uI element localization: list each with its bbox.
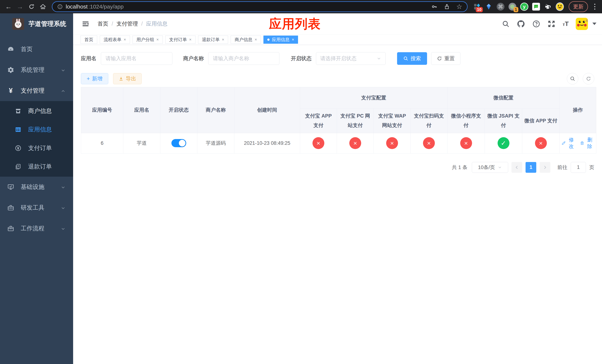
browser-home-button[interactable] [38,1,48,12]
sidebar-item-payment-orders[interactable]: 支付订单 [0,139,73,157]
edit-link[interactable]: 修改 [561,137,576,150]
search-button[interactable]: 搜索 [397,52,427,65]
alipay-pc-status: × [349,137,361,149]
cell-merchant: 芋道源码 [197,133,234,153]
fullscreen-icon[interactable] [547,20,556,28]
sidebar-collapse-button[interactable] [82,20,89,28]
main-area: 首页 / 支付管理 / 应用信息 应用列表 тT 首 [73,13,602,364]
export-button[interactable]: 导出 [113,73,142,84]
search-icon[interactable] [502,20,510,28]
breadcrumb-current: 应用信息 [146,20,168,28]
sidebar-item-merchant-info[interactable]: 商户信息 [0,102,73,120]
close-icon[interactable]: × [255,37,257,42]
close-icon[interactable]: × [124,37,126,42]
col-wx-jsapi: 微信 JSAPI 支付 [485,109,522,133]
goto-page-input[interactable] [571,162,586,173]
url-path: :1024/pay/app [88,3,123,10]
sidebar-item-infrastructure[interactable]: 基础设施 [0,177,73,197]
breadcrumb-payment[interactable]: 支付管理 [117,20,138,28]
tag-user-group[interactable]: 用户分组× [133,36,163,44]
sidebar-item-system[interactable]: 系统管理 [0,60,73,80]
page-number-active[interactable]: 1 [526,162,536,173]
help-icon[interactable] [532,20,540,28]
status-select[interactable]: 请选择开启状态 [316,52,386,65]
wx-app-status: × [535,137,547,149]
sidebar-item-refund-orders[interactable]: 退款订单 [0,157,73,176]
sidebar-item-workflow[interactable]: 工作流程 [0,218,73,239]
merchant-name-label: 商户名称 [183,55,204,62]
tag-app-info[interactable]: 应用信息× [263,36,298,44]
breadcrumb-home[interactable]: 首页 [97,20,108,28]
next-page-button[interactable] [540,162,550,173]
extension-y-icon[interactable]: y [520,3,528,11]
cell-app-id: 6 [81,133,123,153]
extension-grid-icon[interactable]: 10 [473,3,481,11]
tag-payment-orders[interactable]: 支付订单× [165,36,195,44]
browser-back-button[interactable]: ← [3,1,14,12]
group-alipay: 支付宝配置 [300,87,447,109]
sidebar-item-home[interactable]: 首页 [0,39,73,60]
monitor-icon [7,183,15,191]
extension-badge: 1 [514,7,518,12]
toggle-search-button[interactable] [567,73,578,85]
browser-forward-button[interactable]: → [15,1,25,12]
enabled-toggle[interactable] [172,139,186,147]
share-icon[interactable] [444,3,450,10]
documents-icon [14,163,22,170]
chrome-update-button[interactable]: 更新 [569,1,588,12]
site-info-icon[interactable] [57,4,63,10]
sidebar-item-dev-tools[interactable]: 研发工具 [0,197,73,218]
tag-process-form[interactable]: 流程表单× [100,36,130,44]
reset-button[interactable]: 重置 [431,52,460,65]
merchant-name-input[interactable] [208,52,279,65]
app-table: 应用编号 应用名 开启状态 商户名称 创建时间 支付宝配置 微信配置 操作 支付… [81,87,596,153]
tag-refund-orders[interactable]: 退款订单× [198,36,228,44]
refresh-table-button[interactable] [583,73,594,85]
app-title: 芋道管理系统 [29,20,66,28]
grid-table-icon [14,126,22,133]
col-wx-app: 微信 APP 支付 [522,109,559,133]
add-button[interactable]: + 新增 [81,73,108,84]
address-bar[interactable]: localhost:1024/pay/app ☆ [52,1,468,12]
extension-gem-icon[interactable] [485,3,493,11]
tags-view: 首页 流程表单× 用户分组× 支付订单× 退款订单× 商户信息× 应用信息× [73,34,602,45]
extension-avatar-icon[interactable]: 1 [508,3,516,11]
avatar-caret-icon[interactable] [592,22,596,25]
search-icon [403,56,408,61]
app-logo-row[interactable]: 芋道管理系统 [0,13,73,34]
app-name-input[interactable] [101,52,172,65]
font-size-icon[interactable]: тT [563,20,569,27]
tag-merchant-info[interactable]: 商户信息× [231,36,261,44]
prev-page-button[interactable] [511,162,522,173]
close-icon[interactable]: × [292,37,294,42]
browser-reload-button[interactable] [26,1,37,12]
extension-command-icon[interactable]: ⌘ [496,3,505,11]
user-avatar[interactable] [576,18,588,30]
sidebar-item-payment[interactable]: ¥ 支付管理 [0,80,73,101]
close-icon[interactable]: × [156,37,159,42]
password-key-icon[interactable] [431,3,437,10]
bookmark-star-icon[interactable]: ☆ [456,3,462,11]
delete-link[interactable]: 删除 [580,137,594,150]
chevron-left-icon [515,165,519,170]
toolbox-icon [7,204,15,211]
page-size-select[interactable]: 10条/页 [472,162,508,173]
page-unit-label: 页 [589,164,594,171]
chevron-down-icon [61,67,66,74]
tag-home[interactable]: 首页 [81,36,97,44]
github-icon[interactable] [517,20,525,28]
table-toolbar: + 新增 导出 [81,73,594,85]
url-host: localhost [66,3,87,10]
sidebar: 芋道管理系统 首页 系统管理 ¥ 支付管理 [0,13,73,364]
briefcase-icon [7,225,15,232]
group-wechat: 微信配置 [447,87,559,109]
close-icon[interactable]: × [189,37,192,42]
browser-menu-button[interactable] [592,4,597,10]
profile-avatar-icon[interactable] [556,3,564,11]
alipay-app-status: × [312,137,324,149]
extensions-puzzle-icon[interactable] [544,3,552,11]
navbar: 首页 / 支付管理 / 应用信息 应用列表 тT [73,13,602,34]
sidebar-item-app-info[interactable]: 应用信息 [0,120,73,139]
extension-chat-icon[interactable] [532,3,540,11]
close-icon[interactable]: × [222,37,224,42]
